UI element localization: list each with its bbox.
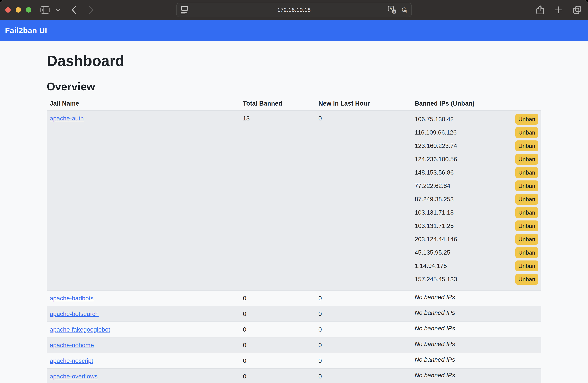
forward-button[interactable] xyxy=(89,6,93,14)
unban-button-103.131.71.25[interactable]: Unban xyxy=(515,221,538,231)
banned-ips-cell: No banned IPs xyxy=(412,290,541,306)
banned-ip-address: 203.124.44.146 xyxy=(415,236,457,243)
no-banned-ips-text: No banned IPs xyxy=(415,294,455,301)
unban-button-45.135.95.25[interactable]: Unban xyxy=(515,247,538,258)
banned-ip-entry: 103.131.71.25Unban xyxy=(415,221,538,231)
unban-button-123.160.223.74[interactable]: Unban xyxy=(515,141,538,151)
unban-button-124.236.100.56[interactable]: Unban xyxy=(515,154,538,165)
jails-table: Jail Name Total Banned New in Last Hour … xyxy=(47,97,541,383)
banned-ip-address: 157.245.45.133 xyxy=(415,276,457,283)
banned-ip-entry: 1.14.94.175Unban xyxy=(415,261,538,271)
unban-button-106.75.130.42[interactable]: Unban xyxy=(515,114,538,125)
table-row: apache-botsearch00No banned IPs xyxy=(47,306,541,322)
banned-ip-address: 106.75.130.42 xyxy=(415,116,454,123)
total-banned-value: 0 xyxy=(240,306,315,322)
share-icon xyxy=(536,5,544,15)
banned-ip-address: 103.131.71.25 xyxy=(415,222,454,229)
total-banned-value: 0 xyxy=(240,337,315,353)
no-banned-ips-text: No banned IPs xyxy=(415,356,455,363)
total-banned-value: 0 xyxy=(240,322,315,337)
unban-button-87.249.38.253[interactable]: Unban xyxy=(515,194,538,205)
banned-ip-entry: 103.131.71.18Unban xyxy=(415,207,538,218)
section-title: Overview xyxy=(47,80,541,93)
unban-button-1.14.94.175[interactable]: Unban xyxy=(515,261,538,271)
table-row: apache-fakegooglebot00No banned IPs xyxy=(47,322,541,337)
col-new-last-hour: New in Last Hour xyxy=(315,97,412,111)
banned-ip-address: 45.135.95.25 xyxy=(415,249,450,256)
url-text[interactable]: 172.16.10.18 xyxy=(177,7,411,13)
banned-ip-address: 77.222.62.84 xyxy=(415,182,450,189)
col-total-banned: Total Banned xyxy=(240,97,315,111)
table-header-row: Jail Name Total Banned New in Last Hour … xyxy=(47,97,541,111)
sidebar-chevron-button[interactable] xyxy=(56,8,61,11)
close-button[interactable] xyxy=(5,7,11,13)
banned-ips-cell: No banned IPs xyxy=(412,337,541,353)
forward-icon xyxy=(89,6,93,14)
new-last-hour-value: 0 xyxy=(315,111,412,290)
svg-text:A: A xyxy=(390,7,392,11)
new-last-hour-value: 0 xyxy=(315,337,412,353)
jail-link-apache-botsearch[interactable]: apache-botsearch xyxy=(50,310,99,317)
banned-ip-address: 103.131.71.18 xyxy=(415,209,454,216)
jail-link-apache-fakegooglebot[interactable]: apache-fakegooglebot xyxy=(50,326,110,333)
tab-overview-button[interactable] xyxy=(573,5,582,14)
jail-table-body: apache-auth130106.75.130.42Unban116.109.… xyxy=(47,111,541,383)
banned-ips-cell: No banned IPs xyxy=(412,368,541,383)
no-banned-ips-text: No banned IPs xyxy=(415,341,455,347)
banned-ips-cell: 106.75.130.42Unban116.109.66.126Unban123… xyxy=(412,111,541,290)
unban-button-203.124.44.146[interactable]: Unban xyxy=(515,234,538,245)
new-last-hour-value: 0 xyxy=(315,290,412,306)
banned-ip-address: 116.109.66.126 xyxy=(415,129,457,136)
banned-ips-cell: No banned IPs xyxy=(412,306,541,322)
banned-ips-cell: No banned IPs xyxy=(412,353,541,368)
app-header: Fail2ban UI xyxy=(0,20,588,41)
banned-ip-address: 123.160.223.74 xyxy=(415,142,457,149)
minimize-button[interactable] xyxy=(16,7,21,13)
address-bar[interactable]: 172.16.10.18 A 文 ↻ xyxy=(176,3,412,17)
unban-button-116.109.66.126[interactable]: Unban xyxy=(515,127,538,138)
sidebar-icon xyxy=(41,6,50,14)
unban-button-157.245.45.133[interactable]: Unban xyxy=(515,274,538,285)
banned-ip-entry: 87.249.38.253Unban xyxy=(415,194,538,205)
total-banned-value: 0 xyxy=(240,353,315,368)
col-jail-name: Jail Name xyxy=(47,97,240,111)
jail-link-apache-badbots[interactable]: apache-badbots xyxy=(50,295,94,302)
traffic-lights xyxy=(5,7,31,13)
table-row: apache-auth130106.75.130.42Unban116.109.… xyxy=(47,111,541,290)
total-banned-value: 13 xyxy=(240,111,315,290)
new-tab-button[interactable] xyxy=(554,6,563,14)
banned-ip-address: 148.153.56.86 xyxy=(415,169,454,176)
back-button[interactable] xyxy=(72,6,76,14)
banned-ip-entry: 45.135.95.25Unban xyxy=(415,247,538,258)
svg-text:文: 文 xyxy=(393,10,396,13)
unban-button-77.222.62.84[interactable]: Unban xyxy=(515,181,538,191)
banned-ip-entry: 77.222.62.84Unban xyxy=(415,181,538,191)
page-title: Dashboard xyxy=(47,52,541,70)
col-banned-ips: Banned IPs (Unban) xyxy=(412,97,541,111)
jail-link-apache-noscript[interactable]: apache-noscript xyxy=(50,357,93,364)
unban-button-148.153.56.86[interactable]: Unban xyxy=(515,167,538,178)
banned-ip-entry: 148.153.56.86Unban xyxy=(415,167,538,178)
jail-link-apache-nohome[interactable]: apache-nohome xyxy=(50,342,94,348)
table-row: apache-overflows00No banned IPs xyxy=(47,368,541,383)
jail-link-apache-auth[interactable]: apache-auth xyxy=(50,115,84,122)
page-content: Dashboard Overview Jail Name Total Banne… xyxy=(0,41,588,383)
banned-ip-entry: 123.160.223.74Unban xyxy=(415,141,538,151)
total-banned-value: 0 xyxy=(240,368,315,383)
table-row: apache-noscript00No banned IPs xyxy=(47,353,541,368)
new-last-hour-value: 0 xyxy=(315,306,412,322)
banned-ip-entry: 106.75.130.42Unban xyxy=(415,114,538,125)
zoom-button[interactable] xyxy=(26,7,31,13)
total-banned-value: 0 xyxy=(240,290,315,306)
sidebar-toggle-button[interactable] xyxy=(41,6,50,14)
jail-link-apache-overflows[interactable]: apache-overflows xyxy=(50,373,98,380)
share-button[interactable] xyxy=(536,5,544,15)
reload-button[interactable]: ↻ xyxy=(401,6,407,14)
banned-ips-cell: No banned IPs xyxy=(412,322,541,337)
translate-icon[interactable]: A 文 xyxy=(388,6,397,14)
banned-ip-entry: 203.124.44.146Unban xyxy=(415,234,538,245)
new-last-hour-value: 0 xyxy=(315,322,412,337)
unban-button-103.131.71.18[interactable]: Unban xyxy=(515,207,538,218)
reload-icon: ↻ xyxy=(400,7,408,13)
no-banned-ips-text: No banned IPs xyxy=(415,325,455,332)
